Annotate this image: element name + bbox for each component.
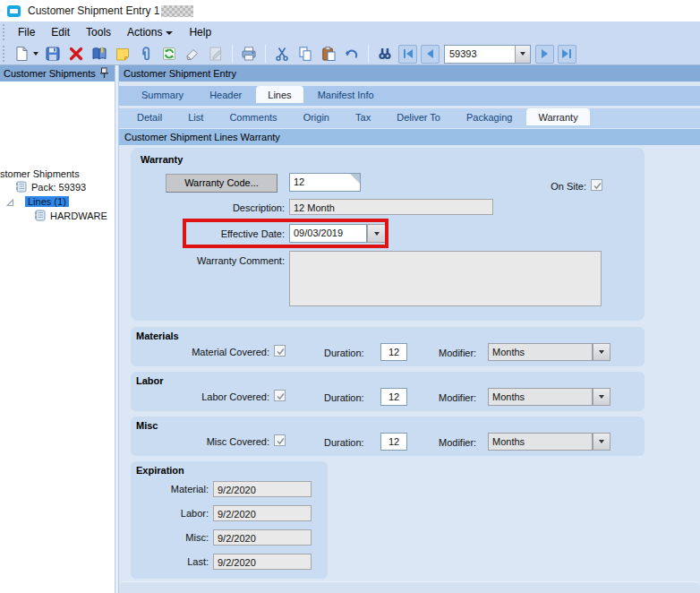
warranty-comment-field[interactable]: [289, 251, 602, 306]
duration-label: Duration:: [324, 348, 364, 358]
description-field[interactable]: 12 Month: [289, 199, 493, 215]
app-icon: [7, 5, 21, 17]
expiration-last-field[interactable]: 9/2/2020: [213, 554, 312, 570]
material-covered-checkbox[interactable]: [274, 345, 286, 357]
material-modifier-combo[interactable]: Months: [488, 343, 593, 361]
labor-covered-checkbox[interactable]: [274, 390, 286, 401]
subtab-tax[interactable]: Tax: [344, 108, 382, 125]
effective-date-dropdown-button[interactable]: [367, 224, 387, 243]
paste-button[interactable]: [318, 44, 339, 64]
new-dropdown-arrow-icon[interactable]: [33, 52, 38, 56]
modifier-label: Modifier:: [439, 437, 476, 448]
toolbar-separator: [265, 45, 266, 63]
tree-panel-title: Customer Shipments: [4, 68, 96, 79]
memo-button[interactable]: [112, 44, 133, 64]
expiration-group: Expiration Material: 9/2/2020 Labor: 9/2…: [131, 461, 328, 579]
menubar-grip[interactable]: [2, 24, 6, 40]
eraser-icon: [184, 46, 201, 62]
menu-help[interactable]: Help: [181, 23, 219, 41]
nav-next-button[interactable]: [535, 45, 554, 64]
edit-button[interactable]: [205, 44, 226, 64]
menu-bar: File Edit Tools Actions Help: [0, 21, 700, 43]
material-duration-field[interactable]: 12: [380, 343, 407, 361]
subtab-warranty[interactable]: Warranty: [526, 108, 589, 125]
nav-next-icon: [542, 49, 548, 58]
subtab-deliver-to[interactable]: Deliver To: [385, 108, 452, 125]
misc-duration-field[interactable]: 12: [380, 433, 407, 451]
print-button[interactable]: [238, 44, 260, 64]
delete-button[interactable]: [65, 44, 87, 64]
copy-button[interactable]: [295, 44, 316, 64]
labor-duration-field[interactable]: 12: [380, 388, 407, 406]
tree-expander-icon[interactable]: [6, 199, 14, 207]
cut-button[interactable]: [271, 44, 293, 64]
toolbar-separator: [232, 45, 233, 63]
record-value[interactable]: 59393: [445, 48, 515, 59]
warranty-code-button[interactable]: Warranty Code...: [166, 174, 277, 193]
warranty-group: Warranty Warranty Code... 12 On Site: De…: [131, 148, 645, 321]
expiration-labor-field[interactable]: 9/2/2020: [213, 505, 312, 521]
labor-covered-label: Labor Covered:: [140, 391, 269, 402]
tree-node-hardware[interactable]: HARDWARE: [34, 209, 107, 222]
save-button[interactable]: [42, 44, 64, 64]
record-selector[interactable]: 59393: [444, 45, 531, 64]
subtab-list[interactable]: List: [176, 108, 215, 125]
edit-icon: [208, 46, 224, 62]
misc-covered-checkbox[interactable]: [274, 434, 286, 446]
new-document-icon: [13, 46, 30, 62]
subtab-origin[interactable]: Origin: [292, 108, 341, 125]
toolbar: 59393: [0, 43, 700, 65]
attachment-icon: [138, 46, 154, 62]
labor-modifier-dropdown-button[interactable]: [593, 388, 610, 406]
main-panel-title: Customer Shipment Entry: [124, 68, 236, 79]
on-site-checkbox[interactable]: [591, 179, 602, 191]
subtab-detail[interactable]: Detail: [125, 108, 174, 125]
undo-button[interactable]: [341, 44, 363, 64]
menu-file[interactable]: File: [10, 23, 43, 41]
toolbar-grip[interactable]: [2, 46, 6, 62]
tree-node-lines[interactable]: Lines (1): [25, 194, 69, 208]
main-tab-strip: Summary Header Lines Manifest Info: [119, 86, 700, 106]
refresh-button[interactable]: [158, 44, 180, 64]
paste-icon: [320, 46, 337, 62]
tree-root-node[interactable]: stomer Shipments: [0, 167, 80, 180]
nav-first-button[interactable]: [398, 45, 417, 64]
misc-group-title: Misc: [136, 420, 158, 431]
warranty-comment-label: Warranty Comment:: [131, 255, 285, 266]
misc-modifier-dropdown-button[interactable]: [593, 433, 610, 451]
nav-previous-button[interactable]: [421, 45, 440, 64]
find-button[interactable]: [374, 44, 396, 64]
nav-last-button[interactable]: [558, 45, 576, 64]
on-site-label: On Site:: [511, 181, 586, 192]
new-document-button[interactable]: [11, 44, 32, 64]
warranty-code-field[interactable]: 12: [289, 173, 361, 192]
window-title: Customer Shipment Entry 1: [28, 4, 159, 17]
pin-icon[interactable]: [99, 67, 109, 81]
expiration-misc-field[interactable]: 9/2/2020: [213, 529, 312, 546]
material-modifier-dropdown-button[interactable]: [593, 343, 610, 361]
misc-modifier-combo[interactable]: Months: [488, 433, 593, 451]
chevron-down-icon: [166, 31, 173, 35]
tree-node-pack[interactable]: Pack: 59393: [15, 180, 86, 193]
book-button[interactable]: [89, 44, 110, 64]
check-icon: [593, 181, 602, 191]
nav-last-icon: [562, 49, 568, 58]
menu-edit[interactable]: Edit: [43, 23, 78, 41]
tab-summary[interactable]: Summary: [130, 86, 195, 103]
effective-date-field[interactable]: 09/03/2019: [289, 224, 367, 243]
labor-modifier-combo[interactable]: Months: [488, 388, 593, 406]
subtab-packaging[interactable]: Packaging: [455, 108, 524, 125]
attachment-button[interactable]: [135, 44, 157, 64]
chevron-down-icon: [374, 232, 380, 236]
duration-label: Duration:: [324, 437, 364, 448]
main-panel-header: Customer Shipment Entry: [119, 65, 700, 82]
clear-button[interactable]: [182, 44, 203, 64]
tab-header[interactable]: Header: [198, 86, 253, 103]
tab-lines[interactable]: Lines: [256, 86, 303, 103]
expiration-material-field[interactable]: 9/2/2020: [213, 481, 312, 497]
record-dropdown-button[interactable]: [515, 46, 530, 63]
menu-actions[interactable]: Actions: [119, 23, 181, 41]
menu-tools[interactable]: Tools: [78, 23, 119, 41]
subtab-comments[interactable]: Comments: [218, 108, 288, 125]
tab-manifest-info[interactable]: Manifest Info: [306, 86, 386, 103]
